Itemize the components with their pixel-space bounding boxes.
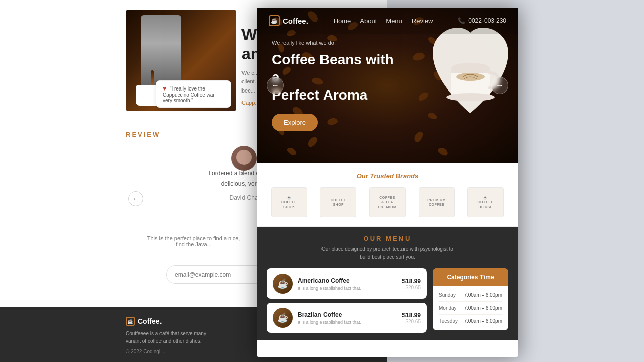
svg-rect-2 (451, 68, 490, 73)
explore-button[interactable]: Explore (272, 114, 318, 131)
bg-footer-brand: ☕ Coffee. Couffeeee is a café that serve… (126, 317, 216, 354)
coffee-bean-15 (286, 146, 297, 156)
phone-icon: 📞 (458, 17, 465, 24)
coffee-bean-23 (437, 146, 449, 157)
category-row-monday: Monday 7.00am - 6.00pm (439, 302, 502, 315)
menu-section: OUR MENU Our place designed by pro archi… (257, 227, 518, 340)
brand-logo-icon-5: ☕COFFEEHOUSE (477, 195, 493, 209)
nav-about[interactable]: About (360, 17, 377, 25)
bg-nav-prev[interactable]: ← (128, 191, 143, 206)
brand-logo-5: ☕COFFEEHOUSE (467, 187, 504, 217)
brand-logo-2: COFFEESHOP (320, 187, 356, 217)
foreground-page: We really like what we do. Coffee Beans … (257, 8, 518, 357)
category-day-tuesday: Tuesday (439, 318, 458, 324)
categories-column: Categories Time Sunday 7.00am - 6.00pm M… (433, 268, 508, 333)
bg-footer-copyright: © 2022 CodingL... (126, 349, 216, 354)
testimonial-bubble: "I really love the Cappuccino Coffee war… (156, 80, 231, 108)
menu-description: Our place designed by pro architecture w… (267, 245, 508, 261)
nav-home[interactable]: Home (334, 17, 351, 25)
bg-footer-logo: ☕ Coffee. (126, 317, 216, 326)
coffee-bean-22 (413, 130, 425, 144)
coffee-bean-14 (306, 135, 319, 149)
nav-brand: ☕ Coffee. (269, 15, 308, 26)
brand-logo-4: PremiumCOFFEE (419, 187, 455, 217)
nav-brand-name: Coffee. (283, 17, 308, 25)
brand-logo-icon-1: ☕COFFEEshop. (281, 195, 297, 209)
brand-logo-icon-3: COFFEE& TEAPremium (378, 195, 397, 209)
phone-number: 0022-003-230 (468, 17, 506, 24)
hero-section: We really like what we do. Coffee Beans … (257, 8, 518, 163)
category-day-sunday: Sunday (439, 292, 456, 298)
menu-content: ☕ Americano Coffee It is a long establis… (267, 268, 508, 333)
bg-footer-note: This is the perfect place to find a nice… (126, 235, 262, 247)
menu-item-americano-oldprice: $20.65 (402, 285, 421, 290)
menu-title: OUR MENU (267, 235, 508, 242)
menu-item-brazilan-desc: It is a long established fact that. (298, 320, 397, 325)
brazilan-icon: ☕ (277, 312, 288, 323)
brand-logo-1: ☕COFFEEshop. (271, 187, 307, 217)
menu-item-brazilan-image: ☕ (273, 308, 293, 328)
hero-tagline: We really like what we do. (272, 40, 403, 46)
nav-menu[interactable]: Menu (386, 17, 403, 25)
brand-logo-3: COFFEE& TEAPremium (369, 187, 406, 217)
hero-next-button[interactable]: → (491, 77, 508, 94)
navbar: ☕ Coffee. Home About Menu Review 📞 0022-… (257, 8, 518, 34)
category-row-sunday: Sunday 7.00am - 6.00pm (439, 289, 502, 302)
menu-item-americano-info: Americano Coffee It is a long establishe… (298, 277, 397, 291)
menu-item-americano-image: ☕ (273, 274, 293, 294)
menu-item-brazilan-price: $18.99 (402, 312, 421, 319)
coffee-bean-18 (412, 51, 425, 62)
brand-logo-icon-4: PremiumCOFFEE (427, 198, 446, 207)
bg-reviewer-avatar (231, 146, 257, 171)
hero-prev-button[interactable]: ← (267, 77, 284, 94)
brands-row: ☕COFFEEshop. COFFEESHOP COFFEE& TEAPremi… (267, 187, 508, 217)
menu-item-brazilan-oldprice: $20.65 (402, 319, 421, 324)
coffee-machine-graphic (141, 15, 181, 85)
categories-card: Categories Time Sunday 7.00am - 6.00pm M… (433, 268, 508, 330)
nav-review[interactable]: Review (412, 17, 433, 25)
category-time-tuesday: 7.00am - 6.00pm (464, 318, 502, 324)
menu-item-americano-name: Americano Coffee (298, 277, 397, 284)
nav-logo-icon: ☕ (269, 15, 280, 26)
category-day-monday: Monday (439, 305, 457, 311)
bg-footer-description: Couffeeee is a café that serve many vari… (126, 330, 216, 345)
nav-links: Home About Menu Review (334, 16, 433, 25)
hero-content: We really like what we do. Coffee Beans … (272, 40, 403, 131)
category-time-sunday: 7.00am - 6.00pm (464, 292, 502, 298)
americano-icon: ☕ (277, 278, 288, 289)
menu-item-americano-price: $18.99 (402, 278, 421, 285)
menu-item-americano-desc: It is a long established fact that. (298, 286, 397, 291)
brands-section: Our Trusted Brands ☕COFFEEshop. COFFEESH… (257, 163, 518, 227)
categories-header: Categories Time (433, 268, 508, 286)
hero-title: Coffee Beans with a Perfect Aroma (272, 51, 403, 104)
svg-point-4 (446, 93, 495, 101)
menu-item-americano-price-col: $18.99 $20.65 (402, 278, 421, 290)
menu-item-brazilan-info: Brazilan Coffee It is a long established… (298, 311, 397, 325)
menu-item-brazilan-name: Brazilan Coffee (298, 311, 397, 318)
category-row-tuesday: Tuesday 7.00am - 6.00pm (439, 315, 502, 327)
brand-logo-icon-2: COFFEESHOP (331, 198, 346, 207)
menu-item-americano: ☕ Americano Coffee It is a long establis… (267, 268, 427, 299)
testimonial-text: "I really love the Cappuccino Coffee war… (163, 86, 215, 103)
category-time-monday: 7.00am - 6.00pm (464, 305, 502, 311)
menu-item-brazilan: ☕ Brazilan Coffee It is a long establish… (267, 303, 427, 333)
nav-phone: 📞 0022-003-230 (458, 17, 506, 24)
menu-items-list: ☕ Americano Coffee It is a long establis… (267, 268, 427, 333)
coffee-logo-icon: ☕ (126, 317, 135, 326)
bg-footer-brand-name: Coffee. (138, 317, 162, 325)
menu-item-brazilan-price-col: $18.99 $20.65 (402, 312, 421, 324)
brands-title: Our Trusted Brands (267, 172, 508, 180)
categories-body: Sunday 7.00am - 6.00pm Monday 7.00am - 6… (433, 286, 508, 330)
